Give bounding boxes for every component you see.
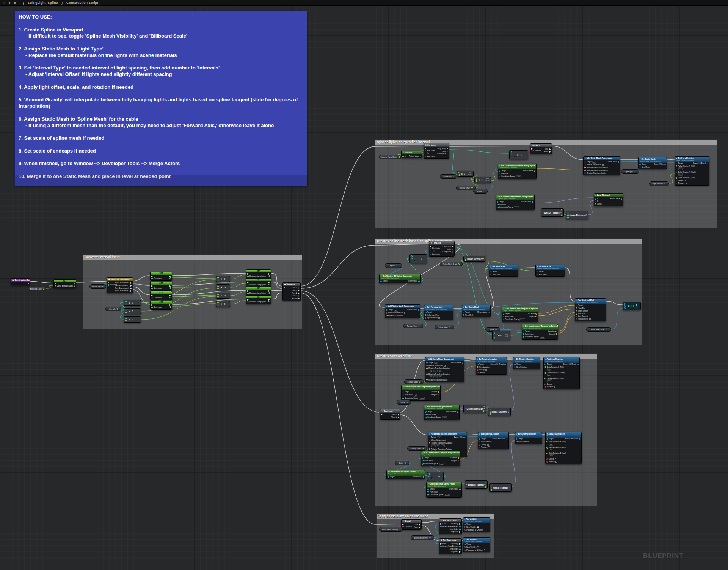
input-pin[interactable] xyxy=(108,282,116,283)
set-node-conversion[interactable]: SETConversion xyxy=(150,272,172,281)
branch-node-branch[interactable]: ⑂BranchConditionTrueFalse xyxy=(530,143,552,154)
output-pin-add-pin[interactable]: Add pin ✚ xyxy=(292,298,300,300)
output-pin[interactable] xyxy=(267,299,270,301)
input-pin-conversion[interactable]: Conversion xyxy=(151,287,162,290)
input-pin[interactable] xyxy=(247,290,265,292)
input-pin-update-mesh[interactable]: Update Mesh xyxy=(576,318,591,320)
input-pin[interactable] xyxy=(217,279,220,281)
pure-node-[interactable]: +Add pin ✚ xyxy=(474,177,491,183)
set-node-distance-along-spline[interactable]: SETDistance Along Spline xyxy=(246,269,271,279)
output-pin-new-enumerator-3[interactable]: New Enumerator 3 xyxy=(118,290,132,292)
input-pin-array[interactable]: Array xyxy=(440,526,446,528)
output-pin-loop-body[interactable]: Loop Body xyxy=(442,246,453,248)
input-pin[interactable] xyxy=(465,408,466,409)
input-pin-teleport[interactable]: Teleport xyxy=(676,182,693,184)
switch-node-switch-on-bad-enum[interactable]: ⇶Switch on (bad enum)SelectionNew Enumer… xyxy=(107,277,133,293)
output-pin[interactable] xyxy=(168,304,171,306)
fng-node-get-number-of-spline-segments[interactable]: ƒGet Number Of Spline SegmentsTarget is … xyxy=(379,274,421,283)
output-pin[interactable] xyxy=(485,486,486,488)
loop-node-for-loop[interactable]: ↻For LoopFirst Index1Last IndexLoop Body… xyxy=(424,143,449,159)
fn-node-addlocalrotation[interactable]: ƒAddLocalRotationTarget is Scene Compone… xyxy=(543,357,580,389)
output-pin-index[interactable]: Index xyxy=(442,248,453,250)
pure-node-make-rotator[interactable]: Make Rotator xyxy=(489,483,512,492)
output-pin-return-value[interactable]: Return Value xyxy=(447,411,458,413)
output-pin[interactable] xyxy=(562,214,562,216)
input-pin-conversion[interactable]: Conversion xyxy=(151,306,162,309)
add-pin-button[interactable]: Add pin ✚ xyxy=(466,172,472,176)
output-pin-array-index[interactable]: Array Index xyxy=(448,548,461,550)
input-pin-target[interactable]: Target xyxy=(380,280,388,282)
output-pin[interactable] xyxy=(508,411,509,413)
pill-distance-along-spline[interactable]: Distance Along Spline xyxy=(379,155,401,159)
input-pin[interactable] xyxy=(430,246,440,247)
input-pin-coordinate-space[interactable]: Coordinate SpaceLocal xyxy=(503,318,525,321)
input-pin[interactable] xyxy=(247,273,265,275)
output-pin-new-enumerator-0[interactable]: New Enumerator 0 xyxy=(118,282,132,284)
input-pin[interactable] xyxy=(458,172,460,173)
input-pin[interactable] xyxy=(125,309,127,311)
output-pin-sweep-hit-result[interactable]: Sweep Hit Result xyxy=(695,162,708,165)
fng-node-get-rotation-at-spline-point[interactable]: ƒGet Rotation at Spline PointTarget is S… xyxy=(424,405,460,420)
output-pin-tangent[interactable]: Tangent xyxy=(431,394,439,396)
arr-node-add[interactable]: ADD xyxy=(623,302,641,310)
input-pin[interactable] xyxy=(217,294,220,295)
input-pin-target[interactable]: Target xyxy=(499,170,521,172)
fng-node-get-rotation-at-distance-along-spline[interactable]: ƒGet Rotation at Distance Along SplineTa… xyxy=(496,195,535,210)
input-pin-start-tangent[interactable]: Start Tangent xyxy=(576,310,591,312)
input-pin-new-location[interactable]: New Location xyxy=(477,366,489,368)
pill-endcap-scale[interactable]: Endcap Scale xyxy=(404,379,424,384)
input-pin[interactable] xyxy=(490,409,490,410)
group-title[interactable]: Creates spline mesh based on spline para… xyxy=(375,239,642,244)
pure-node-make-rotator[interactable]: Make Rotator xyxy=(488,408,511,416)
input-pin[interactable] xyxy=(217,304,220,306)
loop-node-for-each-loop[interactable]: ↻For Each LoopExecArrayLoop BodyArray El… xyxy=(439,518,462,534)
input-pin-target[interactable]: Targetself xyxy=(386,309,405,312)
pill-spline[interactable]: Spline xyxy=(473,189,488,194)
pill-spline[interactable]: Spline xyxy=(395,461,410,465)
output-pin[interactable] xyxy=(420,258,422,260)
input-pin[interactable] xyxy=(428,473,434,475)
input-pin[interactable] xyxy=(125,318,127,319)
output-pin[interactable] xyxy=(586,214,587,216)
output-pin-tangent[interactable]: Tangent xyxy=(528,316,537,318)
input-pin-point-index[interactable]: Point Index xyxy=(427,491,448,493)
input-pin[interactable] xyxy=(491,489,491,491)
input-pin-coordinate-space[interactable]: Coordinate SpaceLocal xyxy=(422,463,444,465)
input-pin-target[interactable]: Targetself xyxy=(584,161,606,164)
output-pin[interactable] xyxy=(223,295,226,296)
input-pin-point-index[interactable]: Point Index xyxy=(503,316,525,318)
pill-billboard-scale[interactable]: Billboard Scale xyxy=(28,287,46,291)
output-pin[interactable] xyxy=(484,406,485,407)
input-pin-exec[interactable]: Exec xyxy=(440,523,446,525)
input-pin-new-mesh[interactable]: New Mesh xyxy=(463,314,473,316)
output-pin[interactable] xyxy=(73,285,75,287)
input-pin[interactable] xyxy=(402,524,412,525)
input-pin-target[interactable]: Target xyxy=(676,162,693,165)
output-pin[interactable] xyxy=(131,319,133,320)
input-pin-editor-billboard-scale[interactable]: Editor Billboard Scale xyxy=(55,285,71,287)
output-pin-then-1[interactable]: Then 1 xyxy=(292,290,300,292)
fng-node-get-location-and-tangent-at-spline-point[interactable]: ƒGet Location and Tangent at Spline Poin… xyxy=(502,307,538,322)
output-pin-sweep-hit-result[interactable]: Sweep Hit Result xyxy=(491,363,506,365)
input-pin[interactable] xyxy=(465,257,466,258)
input-pin-target[interactable]: Target xyxy=(425,311,440,313)
set-node-distance-along-spline[interactable]: SETDistance Along Spline xyxy=(246,295,271,304)
input-pin-target[interactable]: Target xyxy=(503,313,525,315)
output-pin[interactable] xyxy=(483,258,484,260)
input-pin-condition[interactable]: Condition xyxy=(531,150,541,152)
output-pin-array-element[interactable]: Array Element xyxy=(448,545,461,548)
output-pin[interactable] xyxy=(267,284,270,285)
input-pin-target[interactable]: Target xyxy=(479,438,491,440)
output-pin[interactable] xyxy=(267,290,270,292)
fng-node-get-location-and-tangent-at-spline-point[interactable]: ƒGet Location and Tangent at Spline Poin… xyxy=(401,385,441,401)
input-pin-point-index[interactable]: Point Index0 xyxy=(402,394,425,397)
breadcrumb-root[interactable]: StringLight_Spline xyxy=(27,1,58,5)
input-pin-update-mesh[interactable]: Update Mesh xyxy=(425,317,440,319)
input-pin-sweep[interactable]: Sweep xyxy=(479,444,491,446)
output-pin[interactable] xyxy=(267,301,270,302)
fn-node-add-static-mesh-component[interactable]: ƒAdd Static Mesh ComponentTargetselfManu… xyxy=(425,357,464,382)
output-pin[interactable] xyxy=(438,476,440,477)
input-pin-last-index[interactable]: Last Index xyxy=(425,155,435,157)
input-pin-exec[interactable]: Exec xyxy=(440,543,446,545)
fn-node-add-static-mesh-component[interactable]: ƒAdd Static Mesh ComponentTargetselfManu… xyxy=(583,156,620,175)
